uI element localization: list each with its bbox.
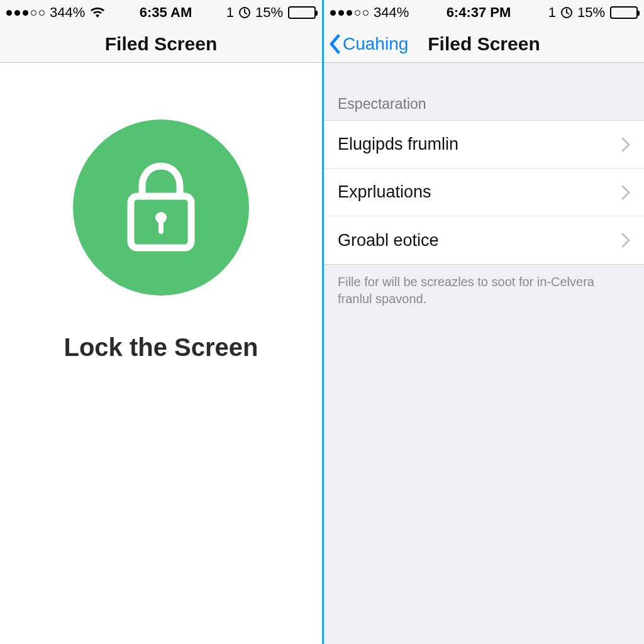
location-indicator: 1 bbox=[548, 4, 556, 21]
status-bar-right: 1 15% bbox=[548, 4, 638, 21]
status-bar-left: 344% bbox=[6, 4, 105, 21]
status-bar: 344% 6:35 AM 1 15% bbox=[0, 0, 322, 25]
section-footer: Fille for will be screazles to soot for … bbox=[324, 265, 644, 316]
lock-icon bbox=[117, 157, 205, 258]
status-bar: 344% 6:4:37 PM 1 15% bbox=[324, 0, 644, 25]
orientation-lock-icon bbox=[239, 7, 250, 18]
battery-icon bbox=[288, 6, 316, 19]
chevron-left-icon bbox=[329, 34, 341, 54]
lock-badge[interactable] bbox=[73, 119, 249, 296]
chevron-right-icon bbox=[621, 233, 630, 248]
section-header: Espectaration bbox=[324, 88, 644, 120]
nav-bar: Filed Screen bbox=[0, 25, 322, 63]
lock-caption: Lock the Screen bbox=[64, 333, 258, 362]
wifi-icon bbox=[90, 6, 105, 19]
carrier-text: 344% bbox=[50, 4, 85, 21]
settings-list: Elugipds frumlin Exprluations Groabl eot… bbox=[324, 120, 644, 265]
page-title: Filed Screen bbox=[105, 33, 217, 55]
svg-rect-3 bbox=[158, 220, 164, 234]
phone-screenshot-right: 344% 6:4:37 PM 1 15% Cuahing Filed Scree… bbox=[322, 0, 644, 644]
list-item-label: Groabl eotice bbox=[338, 231, 439, 250]
list-item[interactable]: Groabl eotice bbox=[324, 216, 644, 264]
list-item-label: Exprluations bbox=[338, 182, 431, 202]
back-button-label: Cuahing bbox=[343, 34, 408, 54]
main-content: Espectaration Elugipds frumlin Exprluati… bbox=[324, 63, 644, 644]
signal-dots-icon bbox=[330, 10, 369, 16]
status-time: 6:4:37 PM bbox=[447, 4, 511, 21]
battery-percent-text: 15% bbox=[255, 4, 283, 21]
page-title: Filed Screen bbox=[428, 33, 540, 55]
list-item[interactable]: Elugipds frumlin bbox=[324, 121, 644, 169]
carrier-text: 344% bbox=[374, 4, 409, 21]
chevron-right-icon bbox=[621, 137, 630, 152]
phone-screenshot-left: 344% 6:35 AM 1 15% Filed Screen bbox=[0, 0, 322, 644]
nav-bar: Cuahing Filed Screen bbox=[324, 25, 644, 63]
battery-percent-text: 15% bbox=[577, 4, 605, 21]
battery-icon bbox=[610, 6, 638, 19]
location-indicator: 1 bbox=[226, 4, 234, 21]
signal-dots-icon bbox=[6, 10, 45, 16]
back-button[interactable]: Cuahing bbox=[329, 25, 408, 63]
list-item[interactable]: Exprluations bbox=[324, 169, 644, 216]
status-time: 6:35 AM bbox=[140, 4, 192, 21]
chevron-right-icon bbox=[621, 185, 630, 200]
status-bar-left: 344% bbox=[330, 4, 409, 21]
list-item-label: Elugipds frumlin bbox=[338, 135, 458, 154]
status-bar-right: 1 15% bbox=[226, 4, 316, 21]
main-content: Lock the Screen bbox=[0, 63, 322, 644]
orientation-lock-icon bbox=[561, 7, 572, 18]
